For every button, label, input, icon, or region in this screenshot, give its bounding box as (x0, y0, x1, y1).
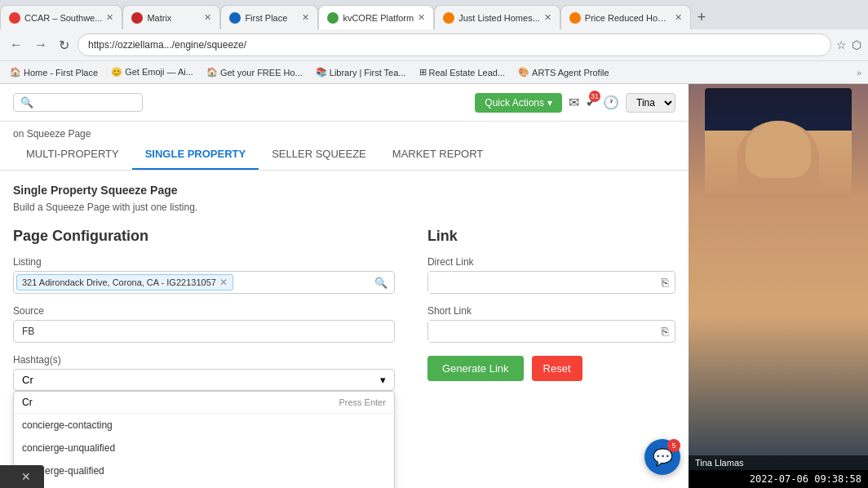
address-bar[interactable] (78, 33, 831, 56)
new-tab-button[interactable]: + (691, 9, 713, 26)
hashtag-option-concierge-unqualified[interactable]: concierge-unqualified (14, 437, 394, 459)
listing-tag-remove[interactable]: ✕ (219, 277, 228, 288)
hashtag-option-concierge-qualified[interactable]: concierge-qualified (14, 459, 394, 482)
bookmarks-overflow[interactable]: » (857, 68, 861, 78)
bookmark-icon: 🏠 (10, 67, 21, 78)
tab-title-matrix: Matrix (147, 13, 171, 23)
tab-close-matrix[interactable]: ✕ (204, 12, 211, 23)
listing-form-group: Listing 321 Adirondack Drive, Corona, CA… (13, 256, 395, 294)
tab-close-firstplace[interactable]: ✕ (302, 12, 309, 23)
extensions-icon[interactable]: ⬡ (852, 38, 861, 51)
listing-input-row[interactable]: 321 Adirondack Drive, Corona, CA - IG221… (13, 271, 395, 294)
hashtag-dropdown-container: Cr ▾ Cr Press Enter concierge-contacting (13, 369, 395, 391)
tab-close-price-reduced[interactable]: ✕ (675, 12, 682, 23)
clock-icon[interactable]: 🕐 (603, 95, 619, 110)
page-title-bar: on Squeeze Page (0, 122, 689, 140)
tab-firstplace[interactable]: First Place ✕ (220, 5, 318, 29)
listing-tag: 321 Adirondack Drive, Corona, CA - IG221… (16, 274, 233, 291)
listing-tag-text: 321 Adirondack Drive, Corona, CA - IG221… (22, 277, 216, 287)
listing-search-icon[interactable]: 🔍 (368, 273, 394, 292)
quick-actions-button[interactable]: Quick Actions ▾ (475, 93, 562, 113)
tab-close-ccar[interactable]: ✕ (106, 12, 113, 23)
app-tabs-row: MULTI-PROPERTY SINGLE PROPERTY SELLER SQ… (0, 140, 689, 171)
header-search-box[interactable]: 🔍 (13, 93, 143, 112)
hashtag-option-concierge-pipeline[interactable]: concierge-pipeline (14, 482, 394, 488)
short-link-input[interactable] (428, 321, 655, 342)
bookmark-label: ARTS Agent Profile (532, 68, 609, 78)
back-button[interactable]: ← (7, 36, 26, 54)
tab-close-just-listed[interactable]: ✕ (544, 12, 551, 23)
tab-favicon-kvcore (327, 12, 339, 24)
bookmark-label: Home - First Place (24, 68, 98, 78)
tab-price-reduced[interactable]: Price Reduced Hom... ✕ (560, 5, 691, 29)
bookmark-library[interactable]: 📚 Library | First Tea... (312, 65, 410, 79)
quick-actions-label: Quick Actions (485, 97, 544, 109)
tab-close-kvcore[interactable]: ✕ (418, 12, 425, 23)
tab-favicon-price-reduced (569, 12, 581, 24)
notification-close-button[interactable]: ✕ (21, 470, 31, 483)
tab-title-kvcore: kvCORE Platform (343, 13, 414, 23)
address-bar-icons: ☆ ⬡ (836, 38, 861, 51)
header-right: Quick Actions ▾ ✉ ✔ 31 🕐 Tina (475, 93, 675, 113)
tab-favicon-ccar (9, 12, 20, 24)
tab-favicon-matrix (131, 12, 143, 24)
source-form-group: Source (13, 305, 395, 343)
hashtags-form-group: Hashtag(s) Cr ▾ Cr Press Enter (13, 354, 395, 391)
bookmark-home-firstplace[interactable]: 🏠 Home - First Place (7, 65, 101, 79)
search-input[interactable] (38, 97, 135, 109)
tab-favicon-firstplace (229, 12, 241, 24)
tab-title-ccar: CCAR – Southwe... (24, 13, 102, 23)
chat-bubble[interactable]: 💬 5 (644, 439, 680, 475)
tab-ccar[interactable]: CCAR – Southwe... ✕ (0, 5, 122, 29)
direct-link-form-group: Direct Link ⎘ (427, 256, 675, 294)
tab-just-listed[interactable]: Just Listed Homes... ✕ (434, 5, 560, 29)
short-link-form-group: Short Link ⎘ (427, 305, 675, 343)
mail-icon[interactable]: ✉ (569, 95, 579, 110)
direct-link-input-row: ⎘ (427, 271, 675, 294)
section-title: Single Property Squeeze Page (13, 184, 675, 197)
tab-title-firstplace: First Place (245, 13, 287, 23)
forward-button[interactable]: → (31, 36, 51, 54)
tab-seller-squeeze[interactable]: SELLER SQUEEZE (259, 140, 379, 170)
tab-title-just-listed: Just Listed Homes... (458, 13, 540, 23)
two-column-layout: Page Configuration Listing 321 Adirondac… (13, 228, 675, 402)
hashtag-value: Cr (22, 374, 33, 386)
generate-link-button[interactable]: Generate Link (427, 356, 524, 381)
webcam-panel: Tina Llamas 2022-07-06 09:38:58 (689, 84, 868, 488)
hashtag-dropdown-header: Cr Press Enter (14, 392, 394, 414)
section-desc: Build a Squeeze Page with just one listi… (13, 202, 675, 213)
tab-bar: CCAR – Southwe... ✕ Matrix ✕ First Place… (0, 0, 868, 29)
notification-badge: 31 (589, 91, 600, 102)
tab-single-property[interactable]: SINGLE PROPERTY (132, 140, 259, 170)
source-label: Source (13, 305, 395, 317)
tab-matrix[interactable]: Matrix ✕ (122, 5, 220, 29)
listing-label: Listing (13, 256, 395, 268)
user-select[interactable]: Tina (626, 93, 675, 113)
bookmark-icon: 📚 (316, 67, 327, 78)
bookmark-arts[interactable]: 🎨 ARTS Agent Profile (515, 65, 613, 79)
bookmark-label: Library | First Tea... (330, 68, 406, 78)
tab-kvcore[interactable]: kvCORE Platform ✕ (318, 5, 434, 29)
hashtag-select-row[interactable]: Cr ▾ (13, 369, 395, 391)
refresh-button[interactable]: ↻ (55, 36, 73, 55)
bookmark-emoji[interactable]: 😊 Get Emoji — Ai... (108, 65, 197, 79)
bookmark-real-estate[interactable]: ⊞ Real Estate Lead... (416, 65, 509, 79)
source-input[interactable] (13, 320, 395, 343)
hashtag-dropdown: Cr Press Enter concierge-contacting conc… (13, 391, 395, 488)
bookmark-free-ho[interactable]: 🏠 Get your FREE Ho... (203, 65, 306, 79)
content-body: Single Property Squeeze Page Build a Squ… (0, 171, 689, 488)
direct-link-input[interactable] (428, 272, 655, 293)
link-title: Link (427, 228, 675, 245)
tab-multi-property[interactable]: MULTI-PROPERTY (13, 140, 132, 170)
hashtag-option-concierge-contacting[interactable]: concierge-contacting (14, 414, 394, 437)
listing-search-input[interactable] (236, 273, 368, 291)
reset-button[interactable]: Reset (532, 356, 582, 381)
short-link-copy-icon[interactable]: ⎘ (655, 322, 675, 341)
tasks-icon[interactable]: ✔ 31 (586, 95, 596, 110)
direct-link-copy-icon[interactable]: ⎘ (655, 273, 675, 292)
button-row: Generate Link Reset (427, 356, 675, 381)
chevron-down-icon: ▾ (380, 374, 386, 386)
bookmark-star-icon[interactable]: ☆ (836, 38, 847, 51)
tab-market-report[interactable]: MARKET REPORT (379, 140, 496, 170)
bookmark-icon: ⊞ (419, 67, 427, 78)
